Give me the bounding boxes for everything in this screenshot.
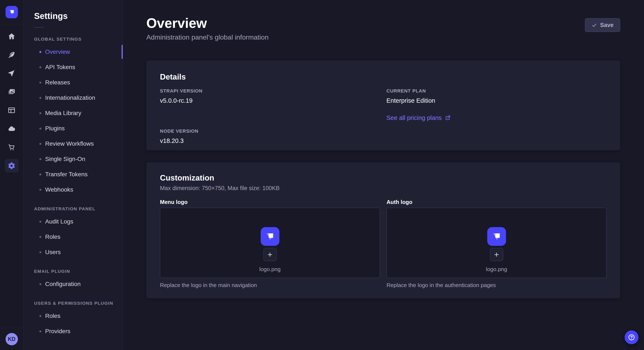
menu-logo-dropzone[interactable]: logo.png: [160, 208, 380, 278]
sidebar-item-overview[interactable]: Overview: [34, 44, 116, 59]
sidebar-item-releases[interactable]: Releases: [34, 75, 116, 90]
home-icon[interactable]: [5, 29, 18, 43]
page-subtitle: Administration panel’s global informatio…: [146, 33, 268, 42]
sidebar-item-up-roles[interactable]: Roles: [34, 308, 116, 324]
subnav-title: Settings: [34, 11, 116, 21]
sidebar-item-label: Configuration: [45, 281, 81, 288]
customization-subtitle: Max dimension: 750×750, Max file size: 1…: [160, 184, 606, 192]
settings-subnav: Settings GLOBAL SETTINGS Overview API To…: [24, 0, 123, 350]
sidebar-item-label: Media Library: [45, 110, 81, 117]
bullet-icon: [40, 158, 41, 160]
main-nav-rail: KD: [0, 0, 24, 350]
sidebar-item-webhooks[interactable]: Webhooks: [34, 182, 116, 197]
strapi-version-field: STRAPI VERSION v5.0.0-rc.19: [160, 88, 380, 121]
rail-icon-list: [5, 29, 18, 173]
auth-logo-add-button[interactable]: [490, 248, 503, 261]
details-card-title: Details: [160, 72, 606, 82]
sidebar-item-label: Review Workflows: [45, 140, 94, 147]
menu-logo-preview-strapi-icon: [261, 227, 280, 246]
marketplace-cart-icon[interactable]: [5, 140, 18, 154]
sidebar-item-admin-roles[interactable]: Roles: [34, 229, 116, 245]
pricing-plans-link[interactable]: See all pricing plans: [386, 114, 451, 121]
deploy-paper-plane-icon[interactable]: [5, 66, 18, 80]
bullet-icon: [40, 51, 41, 53]
main-content: Overview Administration panel’s global i…: [123, 0, 644, 350]
nav-list: Roles Providers: [34, 308, 116, 339]
save-button-label: Save: [600, 22, 614, 28]
sidebar-item-label: Overview: [45, 48, 70, 55]
sidebar-item-review-workflows[interactable]: Review Workflows: [34, 136, 116, 151]
subnav-divider: [34, 27, 44, 28]
sidebar-item-label: Audit Logs: [45, 218, 73, 225]
settings-gear-icon[interactable]: [5, 159, 18, 173]
bullet-icon: [40, 221, 41, 223]
sidebar-item-label: Providers: [45, 328, 70, 335]
customization-card-title: Customization: [160, 173, 606, 183]
section-users-permissions-plugin: USERS & PERMISSIONS PLUGIN Roles Provide…: [34, 301, 116, 339]
bullet-icon: [40, 283, 41, 285]
sidebar-item-plugins[interactable]: Plugins: [34, 121, 116, 136]
menu-logo-add-button[interactable]: [264, 248, 277, 261]
page-header-text: Overview Administration panel’s global i…: [146, 15, 268, 42]
sidebar-item-internationalization[interactable]: Internationalization: [34, 90, 116, 105]
sidebar-item-label: Single Sign-On: [45, 156, 85, 163]
content-manager-layout-icon[interactable]: [5, 103, 18, 117]
bullet-icon: [40, 97, 41, 99]
menu-logo-column: Menu logo logo.png Replace the logo in t…: [160, 199, 380, 289]
rail-user-section: KD: [0, 328, 23, 350]
nav-list: Audit Logs Roles Users: [34, 214, 116, 260]
sidebar-item-media-library[interactable]: Media Library: [34, 105, 116, 121]
field-label: NODE VERSION: [160, 128, 380, 134]
section-email-plugin: EMAIL PLUGIN Configuration: [34, 269, 116, 292]
content-builder-feather-icon[interactable]: [5, 48, 18, 61]
bullet-icon: [40, 82, 41, 84]
menu-logo-caption: Replace the logo in the main navigation: [160, 282, 380, 289]
pricing-plans-link-label: See all pricing plans: [386, 114, 442, 121]
sidebar-item-email-configuration[interactable]: Configuration: [34, 276, 116, 292]
sidebar-item-single-sign-on[interactable]: Single Sign-On: [34, 151, 116, 167]
plus-icon: [493, 251, 500, 258]
external-link-icon: [445, 115, 451, 121]
field-label: STRAPI VERSION: [160, 88, 380, 94]
save-button[interactable]: Save: [585, 18, 620, 32]
section-label: ADMINISTRATION PANEL: [34, 206, 116, 211]
sidebar-item-label: Users: [45, 249, 61, 256]
sidebar-item-label: Roles: [45, 313, 60, 319]
bullet-icon: [40, 331, 41, 332]
bullet-icon: [40, 112, 41, 114]
bullet-icon: [40, 128, 41, 130]
strapi-admin-app: KD Settings GLOBAL SETTINGS Overview API…: [0, 0, 644, 350]
details-grid: STRAPI VERSION v5.0.0-rc.19 CURRENT PLAN…: [160, 88, 606, 145]
page-title: Overview: [146, 15, 268, 31]
auth-logo-preview-strapi-icon: [487, 227, 506, 246]
current-plan-field: CURRENT PLAN Enterprise Edition See all …: [386, 88, 607, 121]
nav-list: Overview API Tokens Releases Internation…: [34, 44, 116, 197]
bullet-icon: [40, 251, 41, 253]
user-avatar[interactable]: KD: [6, 333, 18, 345]
auth-logo-label: Auth logo: [386, 199, 606, 205]
sidebar-item-label: Webhooks: [45, 186, 73, 193]
bullet-icon: [40, 174, 41, 175]
sidebar-item-admin-users[interactable]: Users: [34, 245, 116, 260]
sidebar-item-api-tokens[interactable]: API Tokens: [34, 59, 116, 75]
cloud-icon[interactable]: [5, 122, 18, 136]
sidebar-item-label: Releases: [45, 79, 70, 86]
section-label: EMAIL PLUGIN: [34, 269, 116, 274]
bullet-icon: [40, 189, 41, 191]
page-header: Overview Administration panel’s global i…: [146, 15, 620, 42]
sidebar-item-label: Internationalization: [45, 94, 95, 101]
sidebar-item-label: Roles: [45, 233, 60, 240]
sidebar-item-up-providers[interactable]: Providers: [34, 324, 116, 339]
sidebar-item-audit-logs[interactable]: Audit Logs: [34, 214, 116, 229]
nav-list: Configuration: [34, 276, 116, 292]
media-library-images-icon[interactable]: [5, 85, 18, 98]
plus-icon: [267, 251, 273, 258]
sidebar-item-label: Transfer Tokens: [45, 171, 88, 178]
field-value: v5.0.0-rc.19: [160, 97, 380, 105]
sidebar-item-transfer-tokens[interactable]: Transfer Tokens: [34, 167, 116, 182]
auth-logo-dropzone[interactable]: logo.png: [386, 208, 606, 278]
help-button[interactable]: [624, 331, 638, 344]
details-card: Details STRAPI VERSION v5.0.0-rc.19 CURR…: [146, 60, 620, 150]
strapi-logo-icon[interactable]: [6, 6, 18, 18]
field-label: CURRENT PLAN: [386, 88, 607, 94]
